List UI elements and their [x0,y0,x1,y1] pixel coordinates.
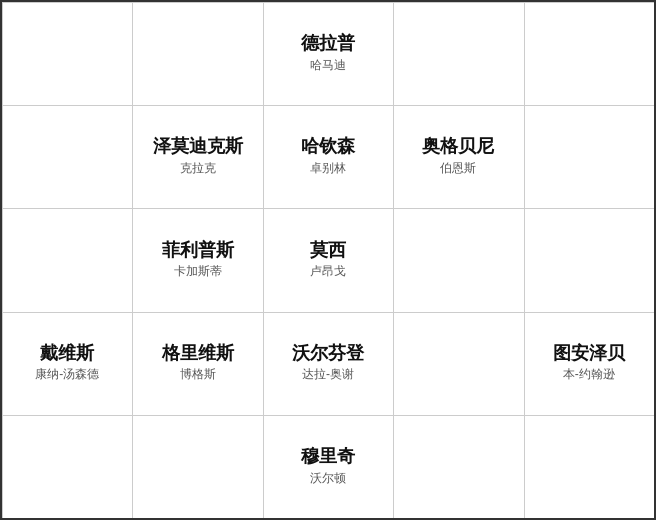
player-wolfang-sub: 达拉-奥谢 [302,366,354,383]
player-moxley-name: 莫西 [310,240,346,262]
player-phillips: 菲利普斯 卡加斯蒂 [132,208,262,311]
player-hutchinson: 哈钦森 卓别林 [263,105,393,208]
player-moxley-sub: 卢昂戈 [310,263,346,280]
soccer-field: 德拉普 哈马迪 泽莫迪克斯 克拉克 哈钦森 卓别林 奥格贝尼 伯恩斯 菲利普斯 … [0,0,656,520]
player-phillips-sub: 卡加斯蒂 [174,263,222,280]
player-muriqui-name: 穆里奇 [301,446,355,468]
player-zemodik-name: 泽莫迪克斯 [153,136,243,158]
player-hutchinson-sub: 卓别林 [310,160,346,177]
player-wolfang: 沃尔芬登 达拉-奥谢 [263,312,393,415]
player-delap: 德拉普 哈马迪 [263,2,393,105]
player-phillips-name: 菲利普斯 [162,240,234,262]
player-muriqui: 穆里奇 沃尔顿 [263,415,393,518]
player-tianze-sub: 本-约翰逊 [563,366,615,383]
player-ogbeney: 奥格贝尼 伯恩斯 [393,105,523,208]
player-tianze-name: 图安泽贝 [553,343,625,365]
player-zemodik: 泽莫迪克斯 克拉克 [132,105,262,208]
player-wolfang-name: 沃尔芬登 [292,343,364,365]
player-delap-sub: 哈马迪 [310,57,346,74]
player-davies-name: 戴维斯 [40,343,94,365]
player-ogbeney-name: 奥格贝尼 [422,136,494,158]
player-greaves: 格里维斯 博格斯 [132,312,262,415]
player-ogbeney-sub: 伯恩斯 [440,160,476,177]
player-tianze: 图安泽贝 本-约翰逊 [524,312,654,415]
player-zemodik-sub: 克拉克 [180,160,216,177]
player-hutchinson-name: 哈钦森 [301,136,355,158]
player-greaves-name: 格里维斯 [162,343,234,365]
player-davies-sub: 康纳-汤森德 [35,366,99,383]
player-moxley: 莫西 卢昂戈 [263,208,393,311]
player-davies: 戴维斯 康纳-汤森德 [2,312,132,415]
player-muriqui-sub: 沃尔顿 [310,470,346,487]
player-delap-name: 德拉普 [301,33,355,55]
player-greaves-sub: 博格斯 [180,366,216,383]
